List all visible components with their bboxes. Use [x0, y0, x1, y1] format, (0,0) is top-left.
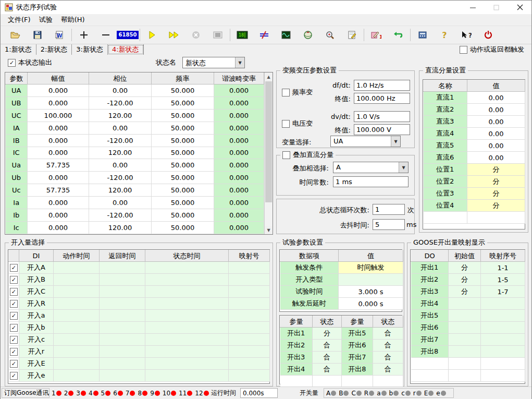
- checkbox-box[interactable]: [460, 46, 467, 54]
- dfdt-input[interactable]: [354, 80, 410, 91]
- cell[interactable]: 0.00: [467, 92, 525, 104]
- cell[interactable]: 0.00: [89, 159, 152, 172]
- variable-select[interactable]: UA ▼: [330, 136, 401, 147]
- cell[interactable]: 57.735: [28, 159, 89, 172]
- cancel-button[interactable]: [185, 28, 207, 42]
- cell[interactable]: 0.00: [467, 140, 525, 152]
- cell[interactable]: 0.000: [214, 109, 264, 122]
- lcd-display-button[interactable]: 18: [231, 28, 253, 42]
- open-file-button[interactable]: [5, 28, 27, 42]
- cell[interactable]: 50.000: [152, 221, 214, 234]
- cycle-count-input[interactable]: [373, 204, 405, 215]
- cell[interactable]: 50.000: [152, 96, 214, 109]
- vertical-scrollbar[interactable]: ▲ ▼: [264, 72, 273, 234]
- cell[interactable]: 0.00: [467, 116, 525, 128]
- chevron-down-icon[interactable]: ▼: [399, 162, 408, 173]
- row-checkbox[interactable]: ✓: [10, 264, 18, 272]
- state-name-select[interactable]: 新状态 ▼: [182, 57, 245, 68]
- tab-state-3[interactable]: 3:新状态: [72, 44, 108, 55]
- tab-state-1[interactable]: 1:新状态: [1, 44, 36, 55]
- context-help-button[interactable]: ?: [455, 28, 477, 42]
- row-checkbox[interactable]: ✓: [10, 324, 18, 332]
- cell[interactable]: 0.000: [28, 134, 89, 147]
- freq-change-checkbox[interactable]: 频率变: [282, 88, 313, 97]
- row-checkbox[interactable]: ✓: [10, 336, 18, 344]
- cell[interactable]: 分: [467, 176, 525, 188]
- cell[interactable]: 0.000: [214, 221, 264, 234]
- power-exit-button[interactable]: [477, 28, 499, 42]
- cell[interactable]: 0.000: [214, 84, 264, 97]
- cell[interactable]: 0.00: [89, 197, 152, 209]
- cell[interactable]: 57.735: [28, 184, 89, 197]
- volt-end-input[interactable]: [354, 124, 410, 135]
- help-button[interactable]: ?: [434, 28, 455, 42]
- cell[interactable]: 0.000: [214, 172, 264, 184]
- cell[interactable]: 50.000: [152, 122, 214, 134]
- cell[interactable]: 3.000 s: [339, 286, 403, 298]
- cell[interactable]: 0.000: [28, 96, 89, 109]
- waveform-button[interactable]: [275, 28, 297, 42]
- phase-select[interactable]: A ▼: [333, 162, 409, 173]
- cell[interactable]: 50.000: [152, 197, 214, 209]
- cell[interactable]: 120.00: [89, 109, 152, 122]
- row-checkbox[interactable]: ✓: [10, 300, 18, 308]
- row-checkbox[interactable]: ✓: [10, 276, 18, 284]
- cell[interactable]: -120.00: [89, 209, 152, 222]
- checkbox-box[interactable]: [282, 89, 290, 96]
- cell[interactable]: 0.000: [214, 184, 264, 197]
- chevron-down-icon[interactable]: ▼: [391, 136, 400, 147]
- undo-button[interactable]: [387, 28, 409, 42]
- cell[interactable]: 0.000: [28, 209, 89, 222]
- cell[interactable]: 50.000: [152, 134, 214, 147]
- checkbox-box[interactable]: [282, 151, 290, 159]
- row-checkbox[interactable]: ✓: [10, 360, 18, 368]
- dc-superpose-checkbox[interactable]: 叠加直流分量: [280, 151, 336, 159]
- run-fast-button[interactable]: [163, 28, 185, 42]
- cell[interactable]: 0.000 s: [339, 298, 403, 310]
- cell[interactable]: 0.000: [28, 84, 89, 97]
- cell[interactable]: 0.000: [214, 197, 264, 209]
- cell[interactable]: 分: [467, 164, 525, 176]
- cell[interactable]: 0.00: [89, 122, 152, 134]
- scroll-thumb[interactable]: [265, 81, 272, 202]
- tab-state-2[interactable]: 2:新状态: [36, 44, 72, 55]
- iec61850-button[interactable]: 61850: [117, 28, 139, 42]
- debounce-input[interactable]: [373, 219, 405, 230]
- trigger-mode-checkbox[interactable]: 动作或返回都触发: [460, 45, 524, 54]
- edit-map-button[interactable]: 1: [365, 28, 387, 42]
- cell[interactable]: 0.000: [214, 159, 264, 172]
- cell[interactable]: 120.00: [89, 221, 152, 234]
- time-constant-input[interactable]: [333, 176, 409, 187]
- harmonic-button[interactable]: [297, 28, 319, 42]
- cell[interactable]: 50.000: [152, 147, 214, 159]
- vector-diagram-button[interactable]: [253, 28, 275, 42]
- cell[interactable]: 0.000: [214, 96, 264, 109]
- freq-end-input[interactable]: [354, 93, 410, 104]
- row-checkbox[interactable]: ✓: [10, 288, 18, 296]
- cell[interactable]: 0.000: [28, 197, 89, 209]
- minimize-button[interactable]: [461, 1, 485, 14]
- chevron-down-icon[interactable]: ▼: [235, 57, 244, 68]
- calculator-button[interactable]: [412, 28, 434, 42]
- export-word-button[interactable]: W: [48, 28, 70, 42]
- dvdt-input[interactable]: [354, 111, 410, 122]
- cell[interactable]: 120.00: [89, 147, 152, 159]
- cell[interactable]: 0.000: [214, 134, 264, 147]
- cell[interactable]: 50.000: [152, 109, 214, 122]
- cell[interactable]: 0.000: [214, 147, 264, 159]
- report-button[interactable]: [341, 28, 363, 42]
- zoom-button[interactable]: [319, 28, 341, 42]
- add-state-button[interactable]: [73, 28, 95, 42]
- row-checkbox[interactable]: ✓: [10, 312, 18, 320]
- cell[interactable]: -120.00: [89, 96, 152, 109]
- cell[interactable]: 50.000: [152, 209, 214, 222]
- scroll-down-arrow[interactable]: ▼: [265, 226, 273, 234]
- stop-button[interactable]: [207, 28, 229, 42]
- cell[interactable]: 50.000: [152, 84, 214, 97]
- cell[interactable]: 0.00: [467, 104, 525, 116]
- save-button[interactable]: [27, 28, 48, 42]
- cell[interactable]: [467, 212, 525, 224]
- cell[interactable]: 0.000: [28, 221, 89, 234]
- row-checkbox[interactable]: ✓: [10, 348, 18, 356]
- menu-help[interactable]: 帮助(H): [57, 14, 89, 26]
